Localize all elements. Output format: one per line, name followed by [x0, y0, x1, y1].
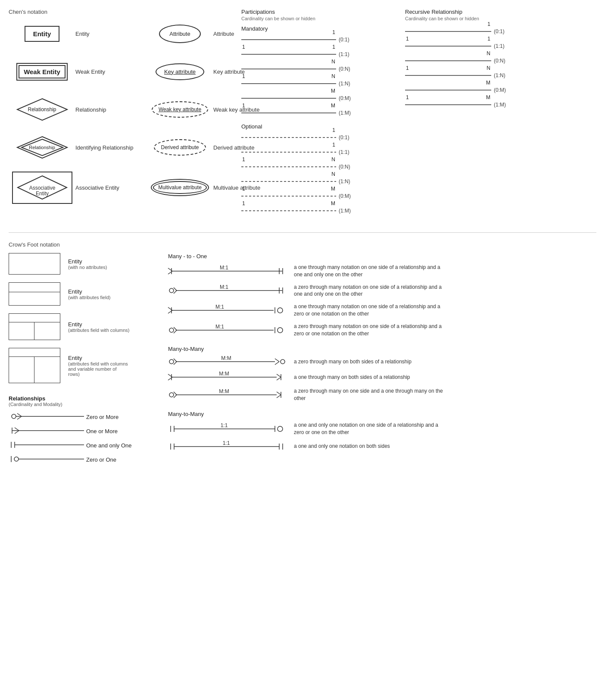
participations-column: Participations Cardinality can be shown … — [233, 9, 396, 219]
svg-text:M:1: M:1 — [215, 304, 224, 310]
top-section: Chen's notation entity Entity — [9, 9, 596, 219]
cf-entity-attr-row: Entity (with attributes field) — [9, 282, 155, 306]
svg-point-66 — [169, 359, 174, 364]
cf-entity-col-row: Entity (attributes field with columns) — [9, 313, 155, 340]
rec-line-0m: M — [405, 86, 491, 94]
svg-line-61 — [174, 330, 177, 333]
svg-text:M:1: M:1 — [215, 324, 224, 330]
identifying-diamond-wrap: Relationship — [16, 136, 68, 159]
multivalue-inner: Multivalue attribute — [153, 181, 207, 194]
rel-one-only-row: One and only One — [9, 441, 155, 450]
svg-text:M:1: M:1 — [220, 265, 228, 271]
cf-rel-m1-svg1: M:1 — [168, 266, 289, 276]
associative-wrap: Associative Entity — [12, 172, 72, 204]
rel-one-more-label: One or More — [86, 428, 118, 434]
cf-rel-11-svg2: 1:1 — [168, 441, 289, 452]
left-num-m11: 1 — [242, 44, 245, 50]
many-to-one-title: Many - to - One — [168, 253, 596, 259]
part-row-o0m: 1 M (0:M) — [241, 190, 396, 202]
cf-entity-attr-header — [9, 283, 60, 292]
weak-key-text: Weak key attribute — [159, 106, 201, 112]
line-svg-m1m — [241, 109, 336, 117]
right-num-o01: 1 — [332, 127, 335, 133]
relationship-diamond-shape: Relationship — [9, 98, 75, 122]
cf-entity-plain-box — [9, 253, 60, 275]
chens-title: Chen's notation — [9, 9, 233, 15]
rec-row-0n: N (0:N) — [405, 55, 526, 67]
cf-col-right1 — [34, 322, 60, 331]
line-svg-o0m — [241, 192, 336, 200]
chens-row-weak-entity: Weak Entity Weak Entity — [9, 56, 142, 87]
cf-varrow-right1 — [34, 357, 60, 366]
rec-line-11: 1 1 — [405, 42, 491, 50]
rec-notation-0m: (0:M) — [494, 87, 506, 93]
entity-shape: entity — [9, 26, 75, 42]
cf-entity-attr-box — [9, 282, 60, 306]
rec-svg-11 — [405, 42, 491, 50]
right-num-m01: 1 — [332, 29, 335, 35]
many-to-many-title: Many-to-Many — [168, 346, 596, 352]
right-num-m11: 1 — [332, 44, 335, 50]
rel-zero-one-svg — [9, 455, 84, 463]
rec-svg-0m — [405, 86, 491, 94]
recursive-rows: 1 (0:1) 1 1 (1:1) — [405, 25, 526, 111]
svg-line-71 — [275, 362, 279, 365]
rec-svg-1n — [405, 71, 491, 80]
cf-varrow-left3 — [9, 374, 34, 383]
entity-box: entity — [25, 26, 60, 42]
rec-line-1n: 1 N — [405, 71, 491, 80]
svg-line-78 — [277, 374, 281, 377]
cf-varrow-left2 — [9, 366, 34, 374]
cf-rel-mm-row3: M:M a zero through many on one side and … — [168, 388, 596, 402]
chens-notation-column: Chen's notation entity Entity — [9, 9, 233, 219]
key-attribute-shape: Key attribute — [147, 63, 213, 80]
line-svg-m11 — [241, 50, 336, 59]
cf-entity-plain-sublabel: (with no attributes) — [68, 265, 107, 270]
rec-line-1m: 1 M — [405, 100, 491, 109]
weak-key-ellipse: Weak key attribute — [152, 101, 208, 118]
cf-rel-11-svg1: 1:1 — [168, 424, 289, 434]
rec-svg-01 — [405, 27, 491, 36]
notation-o1n: (1:N) — [339, 178, 350, 184]
cf-mm-desc3: a zero through many on one side and a on… — [289, 388, 444, 402]
rec-svg-0n — [405, 56, 491, 65]
cf-entity-attr-name: Entity — [68, 288, 110, 295]
cf-varrow-left1 — [9, 357, 34, 366]
rec-right-1m: M — [486, 94, 490, 100]
rec-row-11: 1 1 (1:1) — [405, 40, 526, 52]
line-svg-o11 — [241, 148, 336, 156]
multivalue-outer: Multivalue attribute — [151, 179, 209, 196]
notation-m1m: (1:M) — [339, 110, 351, 116]
cf-entity-varrow-label: Entity (attributes field with columns an… — [65, 355, 128, 377]
svg-line-79 — [277, 377, 281, 380]
cf-11-desc1: a one and only one notation on one side … — [289, 422, 444, 436]
chens-row-associative: Associative Entity Associative Entity — [9, 170, 142, 205]
cf-entity-attr-shape — [9, 282, 65, 306]
rec-left-1m: 1 — [406, 94, 409, 100]
svg-line-84 — [174, 395, 177, 398]
part-line-o1m: 1 M — [241, 206, 336, 215]
associative-entity-shape: Associative Entity — [9, 172, 75, 204]
cf-entity-col-shape — [9, 313, 65, 340]
notation-o01: (0:1) — [339, 134, 349, 141]
right-num-o0n: N — [331, 156, 335, 162]
cf-rel-m1-svg3: M:1 — [168, 305, 289, 316]
rec-left-1n: 1 — [406, 65, 409, 71]
rec-svg-1m — [405, 100, 491, 109]
cf-varrow-row1 — [9, 357, 60, 366]
svg-line-27 — [17, 416, 22, 419]
part-line-m1n: 1 N — [241, 79, 336, 88]
left-num-o0n: 1 — [242, 156, 245, 162]
cf-rel-m1-svg4: M:1 — [168, 325, 289, 335]
notation-m11: (1:1) — [339, 51, 349, 57]
left-num-m1m: 1 — [242, 103, 245, 109]
associative-inner-diamond: Associative Entity — [16, 175, 68, 200]
left-num-o0m: 1 — [242, 186, 245, 192]
participations-title: Participations — [241, 9, 396, 15]
cf-entity-varrow-box — [9, 348, 60, 383]
part-row-o01: 1 (0:1) — [241, 131, 396, 144]
notation-o0n: (0:N) — [339, 164, 350, 170]
rel-zero-one-shape — [9, 455, 86, 465]
cf-col-row1 — [9, 322, 60, 331]
cf-m1-desc3: a one through many notation on one side … — [289, 303, 444, 318]
